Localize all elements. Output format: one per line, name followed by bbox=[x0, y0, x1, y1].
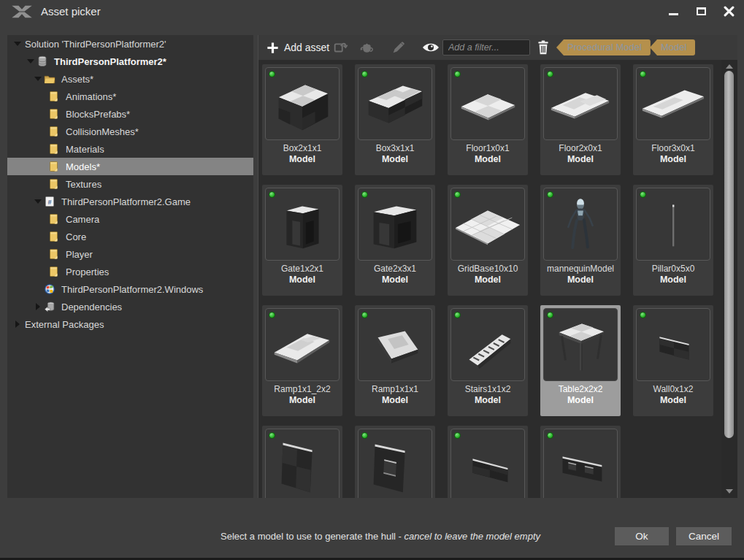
tree-item-label: Dependencies bbox=[61, 302, 122, 312]
plus-icon bbox=[266, 41, 280, 55]
asset-card-ramp1x1-2x2[interactable]: Ramp1x1_2x2Model bbox=[262, 305, 342, 416]
delete-filter-button[interactable] bbox=[533, 35, 553, 60]
tree-item-collisionmeshes[interactable]: CollisionMeshes* bbox=[7, 123, 253, 140]
asset-type-label: Model bbox=[448, 395, 528, 405]
asset-card-gate2x3x1[interactable]: Gate2x3x1Model bbox=[355, 185, 435, 296]
tree-item-external-packages[interactable]: External Packages bbox=[7, 315, 253, 333]
asset-card-floor1x0x1[interactable]: Floor1x0x1Model bbox=[448, 64, 528, 175]
asset-card-pillar0x5x0[interactable]: Pillar0x5x0Model bbox=[633, 185, 713, 296]
status-dot-icon bbox=[640, 71, 646, 77]
tree-item-label: Assets* bbox=[61, 74, 93, 85]
asset-thumbnail bbox=[265, 308, 340, 381]
maximize-button[interactable] bbox=[693, 3, 709, 19]
asset-card-box3x1x1[interactable]: Box3x1x1Model bbox=[355, 64, 435, 175]
asset-card-table2x2x2[interactable]: Table2x2x2Model bbox=[540, 305, 621, 416]
asset-type-label: Model bbox=[355, 154, 435, 164]
tree-item-thirdpersonplatformer2-windows[interactable]: ThirdPersonPlatformer2.Windows bbox=[7, 280, 253, 298]
expander-spacer bbox=[32, 280, 44, 298]
expander-down-icon[interactable] bbox=[12, 35, 23, 53]
asset-card-floor2x0x1[interactable]: Floor2x0x1Model bbox=[540, 64, 621, 175]
tree-item-dependencies[interactable]: Dependencies bbox=[7, 298, 253, 315]
expander-down-icon[interactable] bbox=[25, 53, 37, 70]
tree-item-thirdpersonplatformer2[interactable]: ThirdPersonPlatformer2* bbox=[7, 53, 253, 70]
tree-item-solution-thirdpersonplatformer2[interactable]: Solution 'ThirdPersonPlatformer2' bbox=[7, 35, 253, 53]
view-options-button[interactable] bbox=[420, 35, 442, 60]
asset-thumbnail bbox=[543, 67, 618, 140]
asset-card-wall0x1x2[interactable]: Wall0x1x2Model bbox=[633, 305, 713, 416]
tree-item-player[interactable]: Player bbox=[7, 245, 253, 263]
expander-down-icon[interactable] bbox=[32, 193, 44, 210]
asset-thumbnail bbox=[636, 308, 710, 381]
expander-right-icon[interactable] bbox=[12, 315, 23, 333]
tree-item-core[interactable]: Core bbox=[7, 228, 253, 245]
asset-card-box2x1x1[interactable]: Box2x1x1Model bbox=[262, 64, 342, 175]
tree-item-thirdpersonplatformer2-game[interactable]: #ThirdPersonPlatformer2.Game bbox=[7, 193, 253, 210]
asset-type-label: Model bbox=[448, 154, 528, 164]
asset-card-stairs1x1x2[interactable]: Stairs1x1x2Model bbox=[448, 305, 528, 416]
folder-icon bbox=[48, 231, 60, 242]
add-asset-button[interactable]: Add asset bbox=[266, 35, 329, 60]
asset-card-floor3x0x1[interactable]: Floor3x0x1Model bbox=[633, 64, 713, 175]
tree-item-textures[interactable]: Textures bbox=[7, 175, 253, 193]
scroll-down-icon[interactable] bbox=[721, 486, 737, 496]
tree-item-blocksprefabs[interactable]: BlocksPrefabs* bbox=[7, 105, 253, 123]
folder-icon bbox=[48, 126, 60, 137]
asset-type-label: Model bbox=[355, 275, 435, 285]
tree-item-label: Properties bbox=[66, 266, 109, 277]
status-dot-icon bbox=[361, 312, 368, 318]
minimize-button[interactable] bbox=[665, 3, 681, 19]
asset-card-gridbase10x10[interactable]: GridBase10x10Model bbox=[448, 185, 528, 296]
tree-item-materials[interactable]: Materials bbox=[7, 140, 253, 158]
grid-scrollbar[interactable] bbox=[721, 60, 737, 498]
filter-input[interactable] bbox=[442, 39, 530, 55]
asset-type-label: Model bbox=[262, 275, 342, 285]
tree-item-animations[interactable]: Animations* bbox=[7, 88, 253, 105]
folder-icon bbox=[48, 178, 60, 190]
asset-card-partial-17[interactable] bbox=[448, 426, 528, 498]
app-logo-icon bbox=[10, 4, 34, 23]
import-asset-button[interactable] bbox=[330, 35, 350, 60]
expander-down-icon[interactable] bbox=[32, 70, 44, 88]
folder-icon bbox=[48, 108, 60, 120]
asset-type-label: Model bbox=[540, 395, 621, 405]
tree-item-models[interactable]: Models* bbox=[7, 158, 253, 175]
asset-card-partial-15[interactable] bbox=[262, 426, 342, 498]
scrollbar-thumb[interactable] bbox=[724, 71, 734, 438]
asset-thumbnail bbox=[358, 308, 432, 381]
asset-name: Floor1x0x1 bbox=[448, 143, 528, 153]
asset-name: Ramp1x1_2x2 bbox=[262, 384, 342, 394]
ok-button[interactable]: Ok bbox=[615, 527, 669, 545]
expander-right-icon[interactable] bbox=[32, 298, 44, 315]
cancel-button[interactable]: Cancel bbox=[676, 527, 732, 545]
tree-item-camera[interactable]: Camera bbox=[7, 210, 253, 228]
tree-item-label: BlocksPrefabs* bbox=[66, 109, 130, 120]
asset-thumbnail bbox=[543, 188, 618, 261]
edit-asset-button[interactable] bbox=[388, 35, 409, 60]
asset-type-label: Model bbox=[633, 154, 713, 164]
asset-card-ramp1x1x1[interactable]: Ramp1x1x1Model bbox=[355, 305, 435, 416]
tree-item-properties[interactable]: Properties bbox=[7, 263, 253, 280]
close-button[interactable] bbox=[721, 3, 737, 19]
scroll-up-icon[interactable] bbox=[721, 61, 737, 72]
asset-name: Table2x2x2 bbox=[540, 384, 621, 394]
create-primitive-button[interactable] bbox=[356, 35, 377, 60]
window-title: Asset picker bbox=[41, 5, 101, 18]
status-dot-icon bbox=[361, 71, 368, 77]
filter-tag-procedural-model[interactable]: Procedural Model bbox=[556, 39, 651, 55]
svg-text:#: # bbox=[47, 199, 51, 206]
status-dot-icon bbox=[640, 191, 646, 198]
asset-toolbar: Add asset bbox=[258, 35, 737, 60]
titlebar[interactable]: Asset picker bbox=[0, 0, 744, 22]
asset-card-mannequinmodel[interactable]: mannequinModelModel bbox=[540, 185, 621, 296]
tree-item-label: ThirdPersonPlatformer2.Windows bbox=[61, 284, 203, 295]
status-dot-icon bbox=[361, 432, 368, 439]
asset-thumbnail bbox=[265, 188, 340, 261]
asset-type-label: Model bbox=[262, 154, 342, 164]
windows-icon bbox=[44, 283, 55, 295]
teapot-icon bbox=[358, 39, 375, 55]
asset-card-partial-16[interactable] bbox=[355, 426, 435, 498]
tree-item-assets[interactable]: Assets* bbox=[7, 70, 253, 88]
asset-card-gate1x2x1[interactable]: Gate1x2x1Model bbox=[262, 185, 342, 296]
filter-tag-model[interactable]: Model bbox=[650, 39, 695, 55]
asset-card-partial-18[interactable] bbox=[540, 426, 621, 498]
